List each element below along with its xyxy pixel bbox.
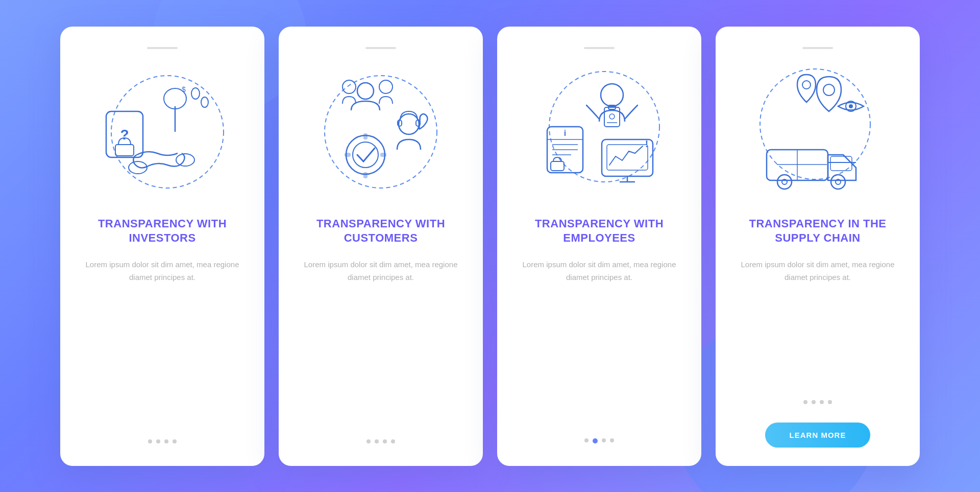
- svg-rect-19: [345, 153, 351, 157]
- dot-3: [602, 438, 606, 442]
- card-investors: ? $ TRANSPARENCY WITH INVESTORS Lorem: [60, 27, 264, 466]
- illustration-customers: [314, 65, 447, 198]
- card-title-customers: TRANSPARENCY WITH CUSTOMERS: [297, 217, 464, 246]
- dots-supply-chain: [803, 400, 832, 404]
- svg-rect-3: [115, 145, 134, 156]
- svg-point-29: [609, 114, 615, 119]
- svg-point-14: [342, 80, 356, 93]
- svg-text:$: $: [182, 85, 186, 93]
- svg-point-8: [201, 97, 208, 107]
- svg-text:i: i: [564, 129, 566, 137]
- dots-employees: [584, 438, 614, 443]
- dot-1: [803, 400, 807, 404]
- svg-rect-18: [363, 172, 368, 178]
- dot-1: [584, 438, 589, 442]
- card-employees: i ! TRANSPARENCY WITH EMPLOYEES Lorem: [497, 27, 701, 466]
- dot-1: [148, 439, 152, 443]
- card-title-employees: TRANSPARENCY WITH EMPLOYEES: [516, 217, 683, 246]
- svg-point-11: [325, 76, 437, 188]
- svg-point-49: [777, 175, 792, 189]
- svg-rect-36: [551, 161, 564, 171]
- dot-3: [383, 439, 387, 443]
- svg-text:?: ?: [120, 127, 129, 143]
- svg-rect-17: [363, 133, 368, 139]
- svg-text:!: !: [645, 139, 648, 149]
- svg-point-10: [176, 154, 194, 166]
- cards-container: ? $ TRANSPARENCY WITH INVESTORS Lorem: [40, 6, 940, 486]
- dot-4: [173, 439, 177, 443]
- card-text-employees: Lorem ipsum dolor sit dim amet, mea regi…: [516, 258, 683, 284]
- dot-4: [391, 439, 395, 443]
- dot-2: [812, 400, 816, 404]
- svg-point-46: [849, 104, 853, 108]
- svg-point-26: [601, 84, 623, 106]
- dots-investors: [148, 439, 177, 443]
- dot-2: [156, 439, 160, 443]
- illustration-investors: ? $: [96, 65, 229, 198]
- dot-1: [366, 439, 371, 443]
- svg-point-44: [823, 84, 835, 96]
- card-text-investors: Lorem ipsum dolor sit dim amet, mea regi…: [79, 258, 246, 284]
- card-customers: TRANSPARENCY WITH CUSTOMERS Lorem ipsum …: [279, 27, 483, 466]
- svg-rect-20: [380, 153, 386, 157]
- card-text-customers: Lorem ipsum dolor sit dim amet, mea regi…: [297, 258, 464, 284]
- dot-2-active: [593, 438, 598, 443]
- svg-rect-38: [607, 145, 648, 170]
- card-title-investors: TRANSPARENCY WITH INVESTORS: [79, 217, 246, 246]
- svg-point-15: [346, 135, 385, 174]
- dot-2: [375, 439, 379, 443]
- svg-point-7: [191, 88, 200, 99]
- top-indicator-employees: [584, 47, 615, 49]
- svg-point-12: [357, 83, 374, 99]
- card-supply-chain: TRANSPARENCY IN THE SUPPLY CHAIN Lorem i…: [716, 27, 920, 466]
- card-title-supply-chain: TRANSPARENCY IN THE SUPPLY CHAIN: [734, 217, 901, 246]
- dot-3: [820, 400, 824, 404]
- dot-3: [164, 439, 168, 443]
- svg-point-51: [831, 175, 845, 189]
- top-indicator-supply-chain: [802, 47, 833, 49]
- learn-more-button[interactable]: LEARN MORE: [765, 423, 871, 448]
- dot-4: [610, 438, 614, 442]
- dot-4: [828, 400, 832, 404]
- svg-point-13: [379, 80, 393, 93]
- dots-customers: [366, 439, 395, 443]
- top-indicator-customers: [365, 47, 396, 49]
- illustration-supply-chain: [751, 65, 884, 198]
- illustration-employees: i !: [533, 65, 666, 198]
- svg-point-43: [802, 81, 811, 89]
- card-text-supply-chain: Lorem ipsum dolor sit dim amet, mea regi…: [734, 258, 901, 284]
- top-indicator-investors: [147, 47, 178, 49]
